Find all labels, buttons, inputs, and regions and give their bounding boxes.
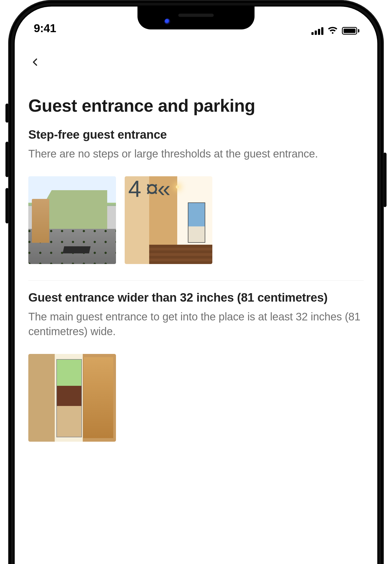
status-time: 9:41 <box>34 22 56 35</box>
section-divider <box>28 280 364 281</box>
front-camera <box>164 19 170 25</box>
feature-step-free-entrance: Step-free guest entrance There are no st… <box>28 127 364 264</box>
feature-photo-row <box>28 354 364 442</box>
speaker-grill <box>178 14 214 17</box>
feature-photo-thumbnail[interactable] <box>28 354 116 442</box>
back-button[interactable] <box>27 54 44 71</box>
phone-side-button <box>5 188 9 223</box>
phone-side-button <box>5 142 9 177</box>
battery-icon <box>342 27 359 35</box>
chevron-left-icon <box>31 57 40 68</box>
phone-frame: 9:41 <box>8 0 384 564</box>
cellular-signal-icon <box>311 27 323 35</box>
phone-screen: 9:41 <box>15 7 377 564</box>
feature-photo-row <box>28 176 364 264</box>
feature-photo-thumbnail[interactable] <box>125 176 212 264</box>
phone-side-button <box>5 104 9 123</box>
feature-title: Guest entrance wider than 32 inches (81 … <box>28 290 364 305</box>
feature-description: The main guest entrance to get into the … <box>28 309 364 339</box>
wifi-icon <box>327 27 338 35</box>
feature-photo-thumbnail[interactable] <box>28 176 116 264</box>
feature-title: Step-free guest entrance <box>28 127 364 142</box>
feature-description: There are no steps or large thresholds a… <box>28 146 364 161</box>
phone-side-button <box>383 153 387 207</box>
feature-wide-entrance: Guest entrance wider than 32 inches (81 … <box>28 290 364 442</box>
phone-notch <box>137 7 255 29</box>
page-title: Guest entrance and parking <box>28 96 364 116</box>
